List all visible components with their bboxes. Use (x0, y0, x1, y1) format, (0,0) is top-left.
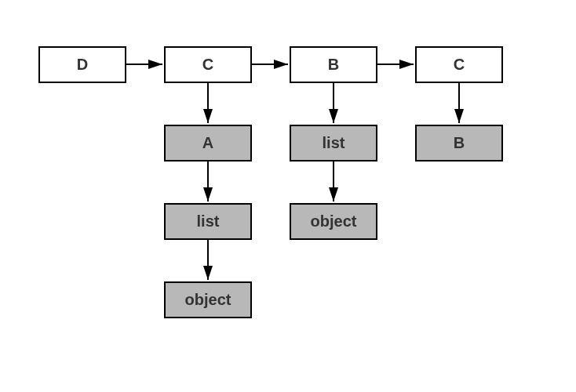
node-b2-label: B (454, 134, 465, 151)
node-b1-label: B (328, 56, 339, 73)
diagram-canvas: D C B C A list B list object object (0, 0, 576, 392)
node-list2-label: list (197, 212, 220, 230)
node-a: A (165, 125, 251, 161)
node-d-label: D (77, 56, 88, 73)
node-list-1: list (290, 125, 377, 161)
node-c2-label: C (454, 56, 465, 73)
node-c-2: C (416, 47, 502, 82)
node-b-2: B (416, 125, 502, 161)
node-list-2: list (165, 204, 251, 239)
node-d: D (39, 47, 126, 82)
node-object-1: object (290, 204, 377, 239)
node-c1-label: C (202, 56, 213, 73)
node-a-label: A (202, 134, 213, 151)
node-b-1: B (290, 47, 377, 82)
node-object1-label: object (311, 212, 357, 230)
node-object-2: object (165, 282, 251, 318)
node-c-1: C (165, 47, 251, 82)
node-object2-label: object (185, 291, 231, 308)
node-list1-label: list (323, 134, 345, 151)
